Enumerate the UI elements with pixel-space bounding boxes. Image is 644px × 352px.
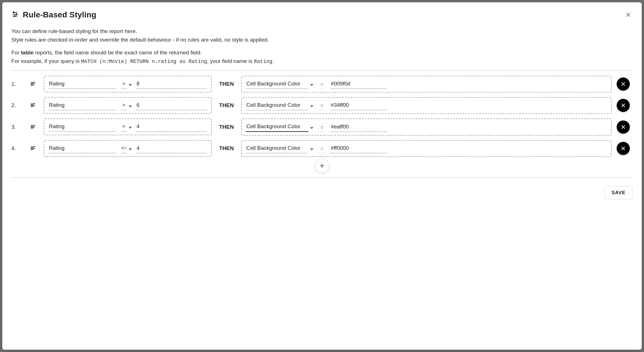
condition-group <box>44 140 212 157</box>
operator-select[interactable] <box>121 79 132 89</box>
close-icon <box>620 124 626 130</box>
result-group: = <box>241 118 612 136</box>
condition-group <box>44 76 212 93</box>
chevron-down-icon[interactable] <box>129 127 132 129</box>
rule-index: 3. <box>11 124 22 130</box>
svg-rect-5 <box>14 15 15 17</box>
target-input[interactable] <box>246 144 308 153</box>
then-keyword: THEN <box>217 81 236 87</box>
target-select[interactable] <box>246 101 313 110</box>
field-name-input[interactable] <box>48 144 117 153</box>
field-name-input[interactable] <box>48 79 117 89</box>
if-keyword: IF <box>27 124 39 130</box>
if-keyword: IF <box>27 102 39 109</box>
intro-line-4: For example, if your query is MATCH (n:M… <box>11 57 633 65</box>
save-button[interactable]: SAVE <box>604 186 633 199</box>
close-icon <box>625 12 631 18</box>
rule-index: 1. <box>11 81 22 87</box>
then-keyword: THEN <box>217 145 236 152</box>
close-button[interactable] <box>624 11 633 19</box>
target-input[interactable] <box>246 79 308 89</box>
chevron-down-icon[interactable] <box>129 148 132 150</box>
chevron-down-icon[interactable] <box>310 127 313 129</box>
close-icon <box>620 81 626 87</box>
operator-input[interactable] <box>121 122 127 132</box>
then-keyword: THEN <box>217 124 236 130</box>
delete-rule-button[interactable] <box>617 120 630 134</box>
delete-rule-button[interactable] <box>617 142 630 155</box>
result-value-input[interactable] <box>330 122 387 132</box>
footer-divider <box>11 177 633 178</box>
operator-select[interactable] <box>121 101 132 110</box>
chevron-down-icon[interactable] <box>129 84 132 86</box>
delete-rule-button[interactable] <box>617 77 630 91</box>
target-input[interactable] <box>246 101 308 110</box>
add-rule-button[interactable] <box>315 159 329 173</box>
result-group: = <box>241 140 612 157</box>
field-name-input[interactable] <box>48 101 117 110</box>
intro-text: You can define rule-based styling for th… <box>11 27 633 65</box>
operator-select[interactable] <box>121 144 132 153</box>
result-value-input[interactable] <box>330 144 387 153</box>
delete-rule-button[interactable] <box>617 99 630 112</box>
value-input[interactable] <box>136 79 207 89</box>
condition-group <box>44 97 212 114</box>
rules-list: 1.IFTHEN=2.IFTHEN=3.IFTHEN=4.IFTHEN= <box>11 76 633 157</box>
then-keyword: THEN <box>217 102 236 109</box>
operator-input[interactable] <box>121 101 127 110</box>
chevron-down-icon[interactable] <box>310 84 313 86</box>
plus-icon <box>319 163 325 169</box>
value-input[interactable] <box>136 101 207 110</box>
example-query-code: MATCH (n:Movie) RETURN n.rating as Ratin… <box>81 59 207 64</box>
result-value-input[interactable] <box>330 101 387 110</box>
operator-input[interactable] <box>121 144 127 153</box>
equals-sign[interactable]: = <box>319 81 325 89</box>
field-name-input[interactable] <box>48 122 117 132</box>
close-icon <box>620 146 626 151</box>
dialog-footer: SAVE <box>11 186 633 199</box>
dialog-title: Rule-Based Styling <box>23 10 96 19</box>
result-group: = <box>241 97 612 114</box>
equals-sign[interactable]: = <box>319 146 325 153</box>
section-divider <box>11 70 633 71</box>
svg-rect-4 <box>16 14 17 15</box>
example-field-code: Rating <box>254 59 273 64</box>
rule-index: 2. <box>11 102 22 109</box>
rule-row: 1.IFTHEN= <box>11 76 633 93</box>
value-input[interactable] <box>136 122 207 132</box>
if-keyword: IF <box>27 145 39 152</box>
intro-line-1: You can define rule-based styling for th… <box>11 27 633 35</box>
intro-line-3: For table reports, the field name should… <box>11 49 633 57</box>
rule-styling-dialog: Rule-Based Styling You can define rule-b… <box>2 2 642 350</box>
intro-line-2: Style rules are checked in-order and ove… <box>11 36 633 44</box>
svg-rect-3 <box>13 12 14 13</box>
dialog-header: Rule-Based Styling <box>11 10 633 19</box>
close-icon <box>620 103 626 108</box>
equals-sign[interactable]: = <box>319 124 325 132</box>
rule-row: 3.IFTHEN= <box>11 118 633 136</box>
target-select[interactable] <box>246 79 313 89</box>
operator-input[interactable] <box>121 79 127 89</box>
target-select[interactable] <box>246 122 313 132</box>
equals-sign[interactable]: = <box>319 103 325 110</box>
chevron-down-icon[interactable] <box>310 105 313 107</box>
tune-icon <box>11 11 19 19</box>
rule-row: 4.IFTHEN= <box>11 140 633 157</box>
chevron-down-icon[interactable] <box>129 105 132 107</box>
chevron-down-icon[interactable] <box>310 148 313 150</box>
rule-index: 4. <box>11 145 22 152</box>
rule-row: 2.IFTHEN= <box>11 97 633 114</box>
condition-group <box>44 118 212 135</box>
value-input[interactable] <box>136 144 207 153</box>
if-keyword: IF <box>27 81 39 87</box>
operator-select[interactable] <box>121 122 132 132</box>
target-select[interactable] <box>246 144 313 153</box>
result-group: = <box>241 76 612 93</box>
target-input[interactable] <box>246 122 308 132</box>
result-value-input[interactable] <box>330 79 387 89</box>
